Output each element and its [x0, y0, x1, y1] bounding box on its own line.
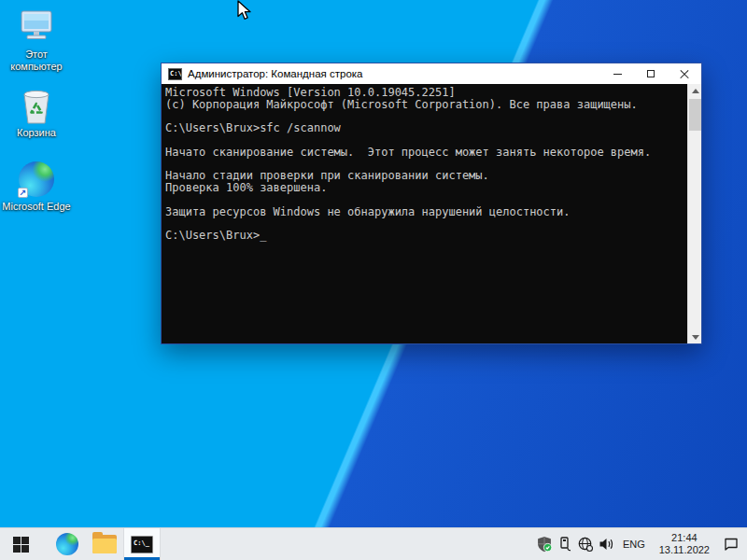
command-prompt-window: Администратор: Командная строка Microsof… — [161, 63, 702, 344]
console-output[interactable]: Microsoft Windows [Version 10.0.19045.22… — [162, 84, 701, 343]
shortcut-arrow-icon: ↗ — [18, 188, 28, 198]
console-line: Защита ресурсов Windows не обнаружила на… — [165, 206, 686, 218]
console-line — [165, 194, 686, 206]
console-line: (c) Корпорация Майкрософт (Microsoft Cor… — [165, 99, 686, 111]
recycle-bin-icon — [17, 86, 56, 125]
start-button[interactable] — [0, 528, 41, 560]
volume-icon[interactable] — [596, 528, 616, 560]
desktop-icon-list: Этот компьютер Корзина ↗ Microsoft Edge — [0, 7, 73, 226]
minimize-icon — [613, 74, 622, 75]
maximize-button[interactable] — [634, 63, 668, 84]
minimize-button[interactable] — [600, 63, 634, 84]
system-tray: ENG 21:44 13.11.2022 — [534, 528, 747, 560]
clock[interactable]: 21:44 13.11.2022 — [652, 532, 717, 556]
windows-logo-icon — [13, 537, 29, 553]
console-line: C:\Users\Brux>sfc /scannow — [165, 122, 686, 134]
action-center-icon — [723, 536, 740, 553]
console-line: Microsoft Windows [Version 10.0.19045.22… — [165, 87, 686, 99]
scroll-down-icon — [692, 335, 699, 340]
network-globe-icon[interactable] — [575, 528, 596, 560]
cmd-icon — [168, 68, 182, 80]
console-prompt: C:\Users\Brux> — [165, 229, 260, 242]
file-explorer-icon — [92, 535, 117, 553]
taskbar-cmd-button[interactable] — [123, 528, 161, 560]
action-center-button[interactable] — [717, 528, 745, 560]
scroll-up-icon — [692, 89, 699, 93]
language-indicator[interactable]: ENG — [616, 528, 652, 560]
console-line — [165, 134, 686, 147]
usb-device-icon[interactable] — [555, 528, 575, 560]
window-titlebar[interactable]: Администратор: Командная строка — [162, 63, 701, 84]
scroll-down-button[interactable] — [688, 330, 702, 343]
close-button[interactable] — [668, 63, 701, 84]
desktop: { "desktop": { "icons": [ { "label": "Эт… — [0, 0, 747, 560]
console-prompt-line: C:\Users\Brux>_ — [165, 230, 686, 242]
edge-icon — [56, 533, 78, 555]
console-line: Начато сканирование системы. Этот процес… — [165, 147, 686, 159]
taskbar-edge-button[interactable] — [49, 528, 86, 560]
window-title: Администратор: Командная строка — [188, 68, 362, 79]
edge-icon: ↗ — [17, 160, 56, 199]
security-shield-icon[interactable] — [534, 528, 555, 560]
window-controls — [600, 63, 701, 84]
clock-time: 21:44 — [659, 532, 710, 544]
cmd-icon — [131, 536, 153, 553]
desktop-icon-edge[interactable]: ↗ Microsoft Edge — [0, 160, 73, 213]
mouse-cursor — [236, 0, 253, 26]
this-pc-icon — [17, 7, 56, 47]
desktop-icon-recycle-bin[interactable]: Корзина — [0, 86, 73, 139]
close-icon — [680, 69, 689, 78]
taskbar: ENG 21:44 13.11.2022 — [0, 527, 747, 560]
taskbar-explorer-button[interactable] — [86, 528, 123, 560]
desktop-icon-label: Microsoft Edge — [2, 201, 70, 213]
console-scrollbar[interactable] — [687, 84, 701, 343]
clock-date: 13.11.2022 — [659, 544, 710, 556]
scrollbar-thumb[interactable] — [689, 99, 701, 131]
console-line: Проверка 100% завершена. — [165, 182, 686, 194]
console-cursor: _ — [260, 229, 266, 242]
desktop-icon-this-pc[interactable]: Этот компьютер — [0, 7, 73, 73]
maximize-icon — [647, 70, 655, 77]
desktop-icon-label: Корзина — [17, 127, 56, 139]
scroll-up-button[interactable] — [688, 84, 702, 97]
desktop-icon-label: Этот компьютер — [1, 49, 72, 73]
